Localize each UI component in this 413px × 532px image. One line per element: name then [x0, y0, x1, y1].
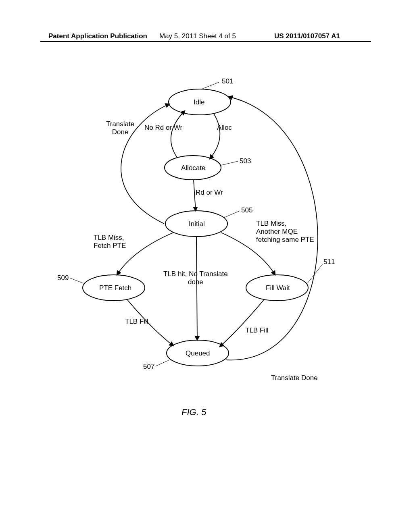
ref-507: 507 [143, 363, 154, 371]
figure-caption: FIG. 5 [181, 407, 206, 418]
label-tlb-miss-another: TLB Miss, Another MQE fetching same PTE [256, 220, 314, 244]
label-pte-fetch: PTE Fetch [99, 284, 131, 292]
edge-allocate-idle [171, 111, 185, 158]
label-initial: Initial [189, 220, 205, 228]
label-allocate: Allocate [181, 164, 205, 172]
label-rd-or-wr: Rd or Wr [196, 189, 223, 197]
label-tlb-fill-left: TLB Fill [125, 318, 148, 326]
ref-505: 505 [241, 206, 252, 214]
state-diagram [0, 0, 413, 532]
label-tlb-hit: TLB hit, No Translate done [163, 270, 228, 286]
label-translate-done-left: Translate Done [106, 120, 134, 136]
label-queued: Queued [186, 349, 210, 357]
ref-501: 501 [222, 77, 233, 85]
label-idle: Idle [194, 98, 204, 106]
edge-idle-allocate [210, 114, 220, 159]
label-fill-wait: Fill Wait [266, 284, 290, 292]
ref-line-501 [202, 82, 219, 89]
ref-511: 511 [323, 258, 335, 266]
ref-line-503 [221, 161, 238, 165]
ref-line-505 [224, 211, 240, 218]
label-no-rd-wr: No Rd or Wr [144, 124, 182, 132]
ref-509: 509 [57, 274, 69, 282]
label-alloc: Alloc [217, 124, 232, 132]
label-translate-done-bottom: Translate Done [271, 374, 318, 382]
ref-line-511 [307, 264, 323, 283]
label-tlb-fill-right: TLB Fill [245, 326, 269, 335]
label-tlb-miss-fetch: TLB Miss, Fetch PTE [94, 234, 126, 250]
ref-503: 503 [240, 157, 251, 165]
edge-initial-queued [196, 237, 197, 340]
ref-line-507 [156, 360, 169, 366]
ref-line-509 [70, 278, 83, 283]
edge-fillwait-queued [220, 299, 264, 347]
